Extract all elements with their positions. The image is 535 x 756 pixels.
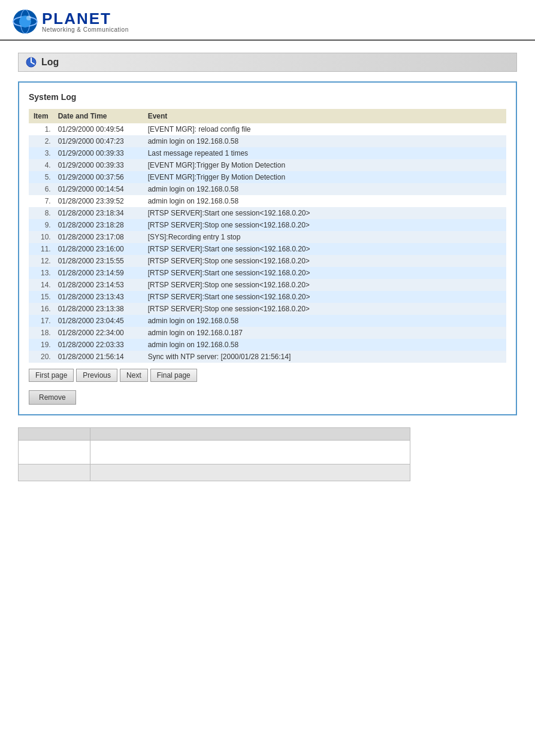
table-row: 18.01/28/2000 22:34:00admin login on 192…	[29, 327, 506, 339]
table-cell-item: 13.	[29, 267, 53, 279]
first-page-button[interactable]: First page	[29, 369, 74, 382]
page-title: Log	[41, 57, 59, 68]
table-row: 2.01/29/2000 00:47:23admin login on 192.…	[29, 135, 506, 147]
col-header-item: Item	[29, 109, 53, 123]
table-cell-date: 01/29/2000 00:37:56	[53, 171, 143, 183]
remove-section: Remove	[29, 390, 506, 405]
main-content: Log System Log Item Date and Time Event …	[0, 41, 535, 493]
table-row: 16.01/28/2000 23:13:38[RTSP SERVER]:Stop…	[29, 303, 506, 315]
table-row: 14.01/28/2000 23:14:53[RTSP SERVER]:Stop…	[29, 279, 506, 291]
table-cell-date: 01/28/2000 21:56:14	[53, 351, 143, 363]
table-row: 17.01/28/2000 23:04:45admin login on 192…	[29, 315, 506, 327]
table-cell-date: 01/28/2000 23:17:08	[53, 231, 143, 243]
table-cell-item: 19.	[29, 339, 53, 351]
table-row: 1.01/29/2000 00:49:54[EVENT MGR]: reload…	[29, 123, 506, 135]
table-cell-item: 15.	[29, 291, 53, 303]
table-cell-item: 10.	[29, 231, 53, 243]
table-cell-date: 01/29/2000 00:39:33	[53, 159, 143, 171]
table-cell-date: 01/28/2000 23:13:38	[53, 303, 143, 315]
table-cell-date: 01/28/2000 23:04:45	[53, 315, 143, 327]
table-row: 4.01/29/2000 00:39:33[EVENT MGR]:Trigger…	[29, 159, 506, 171]
bottom-row3-value	[90, 464, 410, 481]
table-cell-event: admin login on 192.168.0.187	[143, 327, 506, 339]
table-cell-event: [RTSP SERVER]:Start one session<192.168.…	[143, 291, 506, 303]
bottom-row3-label	[19, 464, 90, 481]
table-cell-item: 6.	[29, 183, 53, 195]
next-button[interactable]: Next	[120, 369, 148, 382]
table-cell-item: 14.	[29, 279, 53, 291]
remove-button[interactable]: Remove	[29, 390, 76, 405]
table-cell-item: 20.	[29, 351, 53, 363]
table-header-row: Item Date and Time Event	[29, 109, 506, 123]
previous-button[interactable]: Previous	[76, 369, 117, 382]
table-row: 19.01/28/2000 22:03:33admin login on 192…	[29, 339, 506, 351]
table-row: 10.01/28/2000 23:17:08[SYS]:Recording en…	[29, 231, 506, 243]
table-cell-date: 01/28/2000 23:16:00	[53, 243, 143, 255]
table-cell-date: 01/28/2000 23:18:34	[53, 207, 143, 219]
table-row: 20.01/28/2000 21:56:14Sync with NTP serv…	[29, 351, 506, 363]
table-cell-date: 01/28/2000 23:14:59	[53, 267, 143, 279]
bottom-table-section	[18, 427, 517, 481]
final-page-button[interactable]: Final page	[150, 369, 197, 382]
table-cell-event: [EVENT MGR]: reload config file	[143, 123, 506, 135]
header: PLANET Networking & Communication	[0, 0, 535, 41]
table-cell-item: 8.	[29, 207, 53, 219]
table-cell-event: admin login on 192.168.0.58	[143, 183, 506, 195]
table-cell-item: 11.	[29, 243, 53, 255]
svg-point-4	[26, 16, 31, 20]
table-row: 8.01/28/2000 23:18:34[RTSP SERVER]:Start…	[29, 207, 506, 219]
table-cell-event: [RTSP SERVER]:Stop one session<192.168.0…	[143, 255, 506, 267]
table-cell-date: 01/28/2000 22:03:33	[53, 339, 143, 351]
table-row: 9.01/28/2000 23:18:28[RTSP SERVER]:Stop …	[29, 219, 506, 231]
logo-subtitle-label: Networking & Communication	[42, 26, 129, 33]
table-cell-event: admin login on 192.168.0.58	[143, 195, 506, 207]
bottom-row1-value	[90, 428, 410, 441]
table-cell-date: 01/29/2000 00:39:33	[53, 147, 143, 159]
pagination: First page Previous Next Final page	[29, 369, 506, 382]
table-cell-event: [RTSP SERVER]:Start one session<192.168.…	[143, 243, 506, 255]
bottom-table	[18, 427, 410, 481]
log-table: Item Date and Time Event 1.01/29/2000 00…	[29, 109, 506, 363]
logo-planet-label: PLANET	[42, 11, 129, 26]
table-cell-item: 18.	[29, 327, 53, 339]
bottom-row2-label	[19, 441, 90, 464]
col-header-date: Date and Time	[53, 109, 143, 123]
system-log-container: System Log Item Date and Time Event 1.01…	[18, 81, 517, 415]
bottom-row1-label	[19, 428, 90, 441]
table-cell-item: 9.	[29, 219, 53, 231]
table-cell-event: [SYS]:Recording entry 1 stop	[143, 231, 506, 243]
table-cell-date: 01/28/2000 23:15:55	[53, 255, 143, 267]
table-cell-event: [RTSP SERVER]:Stop one session<192.168.0…	[143, 303, 506, 315]
bottom-table-row-1	[19, 428, 410, 441]
table-cell-event: [RTSP SERVER]:Stop one session<192.168.0…	[143, 219, 506, 231]
table-cell-event: admin login on 192.168.0.58	[143, 135, 506, 147]
table-cell-item: 2.	[29, 135, 53, 147]
table-cell-item: 3.	[29, 147, 53, 159]
table-cell-date: 01/29/2000 00:49:54	[53, 123, 143, 135]
table-cell-date: 01/28/2000 23:39:52	[53, 195, 143, 207]
table-cell-date: 01/28/2000 23:18:28	[53, 219, 143, 231]
table-cell-item: 17.	[29, 315, 53, 327]
planet-logo-icon	[12, 8, 38, 35]
system-log-title: System Log	[29, 92, 506, 102]
bottom-table-row-3	[19, 464, 410, 481]
table-cell-item: 1.	[29, 123, 53, 135]
table-cell-event: [RTSP SERVER]:Stop one session<192.168.0…	[143, 279, 506, 291]
table-cell-event: [EVENT MGR]:Trigger By Motion Detection	[143, 171, 506, 183]
table-cell-date: 01/28/2000 23:13:43	[53, 291, 143, 303]
table-row: 12.01/28/2000 23:15:55[RTSP SERVER]:Stop…	[29, 255, 506, 267]
page-title-bar: Log	[18, 53, 517, 72]
table-cell-date: 01/29/2000 00:47:23	[53, 135, 143, 147]
table-row: 11.01/28/2000 23:16:00[RTSP SERVER]:Star…	[29, 243, 506, 255]
table-cell-event: admin login on 192.168.0.58	[143, 315, 506, 327]
table-cell-item: 4.	[29, 159, 53, 171]
table-row: 13.01/28/2000 23:14:59[RTSP SERVER]:Star…	[29, 267, 506, 279]
bottom-row2-value	[90, 441, 410, 464]
table-cell-date: 01/29/2000 00:14:54	[53, 183, 143, 195]
logo-area: PLANET Networking & Communication	[12, 8, 523, 35]
table-cell-date: 01/28/2000 22:34:00	[53, 327, 143, 339]
table-row: 7.01/28/2000 23:39:52admin login on 192.…	[29, 195, 506, 207]
table-cell-item: 7.	[29, 195, 53, 207]
table-cell-item: 5.	[29, 171, 53, 183]
table-cell-item: 16.	[29, 303, 53, 315]
